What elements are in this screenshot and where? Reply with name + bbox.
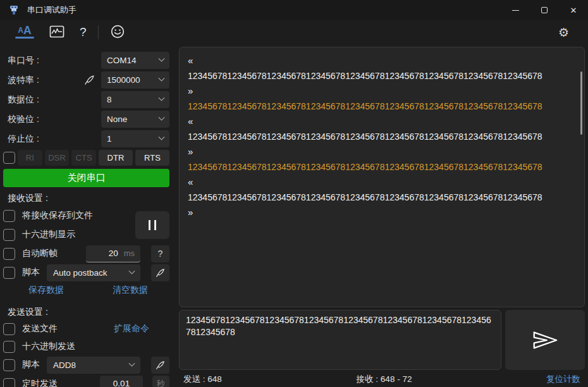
settings-button[interactable]: ⚙ — [551, 22, 577, 43]
ri-indicator: RI — [18, 150, 42, 166]
settings-panel: 串口号 : COM14 波特率 : 1500000 数据位 : 8 — [0, 44, 179, 387]
toolbar-divider — [98, 25, 99, 39]
send-settings-header: 发送设置 : — [8, 307, 169, 319]
save-data-link[interactable]: 保存数据 — [28, 285, 64, 296]
stopbits-select[interactable]: 1 — [101, 130, 169, 147]
smiley-icon — [110, 24, 125, 41]
scrollbar-thumb[interactable] — [580, 71, 582, 135]
font-underline — [15, 37, 34, 39]
chart-button[interactable] — [42, 22, 72, 43]
clear-data-link[interactable]: 清空数据 — [113, 285, 148, 296]
edit-baud-button[interactable] — [83, 74, 95, 86]
baud-select[interactable]: 1500000 — [101, 71, 169, 89]
receive-script-select[interactable]: Auto postback — [47, 264, 140, 281]
rx-marker: « — [188, 175, 576, 190]
hex-send-row: 十六进制发送 — [3, 338, 169, 355]
parity-select[interactable]: None — [101, 111, 169, 128]
pause-icon — [149, 220, 150, 230]
chart-icon — [49, 25, 64, 40]
dsr-indicator: DSR — [45, 150, 70, 166]
pause-icon — [154, 220, 156, 230]
receive-script-label: 脚本 — [22, 267, 40, 278]
send-row: 1234567812345678123456781234567812345678… — [179, 310, 585, 370]
timed-send-checkbox[interactable] — [3, 378, 15, 387]
receive-script-checkbox[interactable] — [3, 267, 15, 279]
close-button[interactable]: ✕ — [559, 0, 588, 20]
tx-marker: » — [188, 83, 576, 99]
send-script-select[interactable]: ADD8 — [47, 357, 140, 374]
hex-send-checkbox[interactable] — [3, 341, 15, 353]
send-script-label: 脚本 — [22, 359, 40, 371]
hex-display-checkbox[interactable] — [3, 229, 15, 241]
send-script-checkbox[interactable] — [3, 359, 15, 371]
auto-frame-checkbox[interactable] — [3, 248, 15, 260]
rx-marker: « — [188, 114, 576, 129]
stopbits-value: 1 — [107, 134, 112, 144]
font-settings-button[interactable]: AA — [8, 22, 42, 43]
feedback-button[interactable] — [102, 22, 133, 43]
tx-data: 1234567812345678123456781234567812345678… — [188, 99, 576, 114]
databits-label: 数据位 : — [8, 94, 101, 106]
toolbar: AA ? ⚙ — [0, 20, 588, 44]
hex-send-label: 十六进制发送 — [22, 341, 75, 352]
port-select[interactable]: COM14 — [101, 52, 169, 69]
gear-icon: ⚙ — [558, 25, 569, 40]
minimize-button[interactable] — [501, 0, 530, 20]
cts-indicator: CTS — [71, 150, 96, 166]
close-icon: ✕ — [570, 6, 577, 15]
paper-plane-icon — [530, 329, 560, 352]
receive-display[interactable]: « 12345678123456781234567812345678123456… — [179, 47, 585, 307]
auto-frame-help-button[interactable]: ? — [151, 245, 169, 262]
save-to-file-label: 将接收保存到文件 — [22, 210, 93, 221]
parity-label: 校验位 : — [8, 114, 101, 125]
dtr-button[interactable]: DTR — [99, 150, 133, 166]
databits-select[interactable]: 8 — [101, 91, 169, 108]
edit-receive-script-button[interactable] — [151, 264, 169, 281]
timed-send-unit: 秒 — [152, 376, 169, 387]
parity-row: 校验位 : None — [3, 109, 169, 129]
chevron-down-icon — [129, 267, 135, 274]
quill-icon — [83, 74, 95, 86]
timed-send-input[interactable]: 0.01 — [100, 376, 143, 387]
receive-settings-header: 接收设置 : — [8, 193, 169, 205]
help-button[interactable]: ? — [72, 22, 94, 43]
save-to-file-checkbox[interactable] — [3, 210, 15, 222]
rx-data: 1234567812345678123456781234567812345678… — [188, 129, 576, 144]
port-label: 串口号 : — [8, 55, 101, 66]
send-input[interactable]: 1234567812345678123456781234567812345678… — [179, 310, 501, 370]
baud-row: 波特率 : 1500000 — [3, 70, 169, 90]
rx-data: 1234567812345678123456781234567812345678… — [188, 68, 576, 83]
databits-value: 8 — [107, 95, 112, 104]
rx-data: 1234567812345678123456781234567812345678… — [188, 190, 576, 205]
tx-data: 1234567812345678123456781234567812345678… — [188, 159, 576, 175]
auto-frame-label: 自动断帧 — [22, 248, 79, 259]
send-button[interactable] — [505, 310, 585, 370]
send-file-row: 发送文件 扩展命令 — [3, 320, 169, 338]
main-content: 串口号 : COM14 波特率 : 1500000 数据位 : 8 — [0, 44, 588, 387]
rts-button[interactable]: RTS — [135, 150, 169, 166]
close-port-button[interactable]: 关闭串口 — [3, 169, 169, 187]
chevron-down-icon — [159, 134, 165, 140]
edit-send-script-button[interactable] — [151, 357, 169, 374]
auto-frame-input[interactable]: 20 ms — [86, 245, 140, 262]
stopbits-row: 停止位 : 1 — [3, 129, 169, 149]
chevron-down-icon — [129, 360, 135, 366]
send-file-checkbox[interactable] — [3, 323, 15, 335]
rx-marker: « — [188, 53, 576, 68]
chevron-down-icon — [159, 95, 165, 101]
quill-icon — [155, 360, 166, 371]
pins-row: RI DSR CTS DTR RTS — [3, 149, 169, 166]
hex-display-label: 十六进制显示 — [22, 229, 75, 240]
reset-count-link[interactable]: 复位计数 — [546, 374, 580, 385]
maximize-button[interactable] — [530, 0, 559, 20]
timed-send-row: 定时发送 0.01 秒 — [3, 374, 169, 387]
stopbits-label: 停止位 : — [8, 133, 101, 145]
extended-cmd-link[interactable]: 扩展命令 — [114, 323, 149, 335]
flow-control-checkbox[interactable] — [3, 152, 15, 164]
status-bar: 发送 : 648 接收 : 648 - 72 复位计数 — [179, 372, 585, 387]
timed-send-label: 定时发送 — [22, 378, 93, 387]
data-links-row: 保存数据 清空数据 — [3, 282, 169, 298]
chevron-down-icon — [159, 56, 165, 62]
pause-button[interactable] — [135, 211, 169, 239]
maximize-icon — [541, 7, 548, 13]
